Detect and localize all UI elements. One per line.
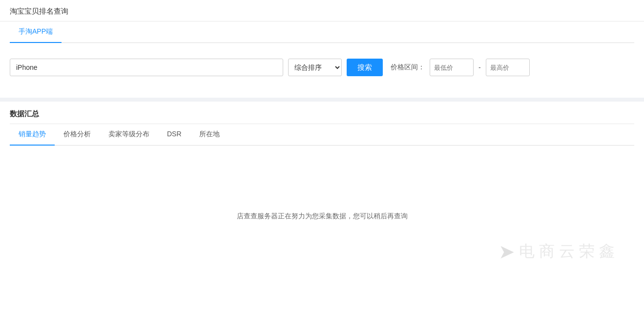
sub-tab-bar: 销量趋势 价格分析 卖家等级分布 DSR 所在地 bbox=[10, 124, 634, 146]
page-wrapper: 淘宝宝贝排名查询 手淘APP端 综合排序 销量排序 价格排序 信用排序 搜索 价… bbox=[0, 0, 644, 317]
sub-tab-location[interactable]: 所在地 bbox=[190, 124, 229, 146]
sub-tab-sales-trend[interactable]: 销量趋势 bbox=[10, 124, 55, 146]
watermark-icon: ➤ bbox=[499, 240, 515, 263]
search-button[interactable]: 搜索 bbox=[347, 59, 383, 76]
page-title: 淘宝宝贝排名查询 bbox=[0, 0, 644, 21]
watermark-text: 电 商 云 荣 鑫 bbox=[519, 241, 615, 262]
price-max-input[interactable] bbox=[486, 59, 530, 76]
empty-message: 店查查服务器正在努力为您采集数据，您可以稍后再查询 bbox=[237, 212, 408, 221]
sort-select[interactable]: 综合排序 销量排序 价格排序 信用排序 bbox=[288, 59, 342, 76]
sub-tab-price-analysis[interactable]: 价格分析 bbox=[55, 124, 100, 146]
price-dash: - bbox=[478, 63, 481, 71]
watermark: ➤ 电 商 云 荣 鑫 bbox=[499, 240, 615, 263]
search-input[interactable] bbox=[10, 59, 283, 76]
top-tab-bar: 手淘APP端 bbox=[10, 21, 634, 43]
top-section: 手淘APP端 综合排序 销量排序 价格排序 信用排序 搜索 价格区间： - bbox=[0, 21, 644, 93]
search-row: 综合排序 销量排序 价格排序 信用排序 搜索 价格区间： - bbox=[10, 52, 634, 83]
tab-mobile-app[interactable]: 手淘APP端 bbox=[10, 21, 62, 43]
data-summary-title: 数据汇总 bbox=[10, 102, 634, 124]
data-section: 数据汇总 销量趋势 价格分析 卖家等级分布 DSR 所在地 店查查服务器正在努力… bbox=[0, 98, 644, 273]
sub-tab-dsr[interactable]: DSR bbox=[158, 124, 190, 146]
price-min-input[interactable] bbox=[430, 59, 474, 76]
chart-area: 店查查服务器正在努力为您采集数据，您可以稍后再查询 ➤ 电 商 云 荣 鑫 bbox=[10, 146, 634, 273]
sub-tab-seller-level[interactable]: 卖家等级分布 bbox=[100, 124, 158, 146]
price-label: 价格区间： bbox=[391, 63, 425, 72]
